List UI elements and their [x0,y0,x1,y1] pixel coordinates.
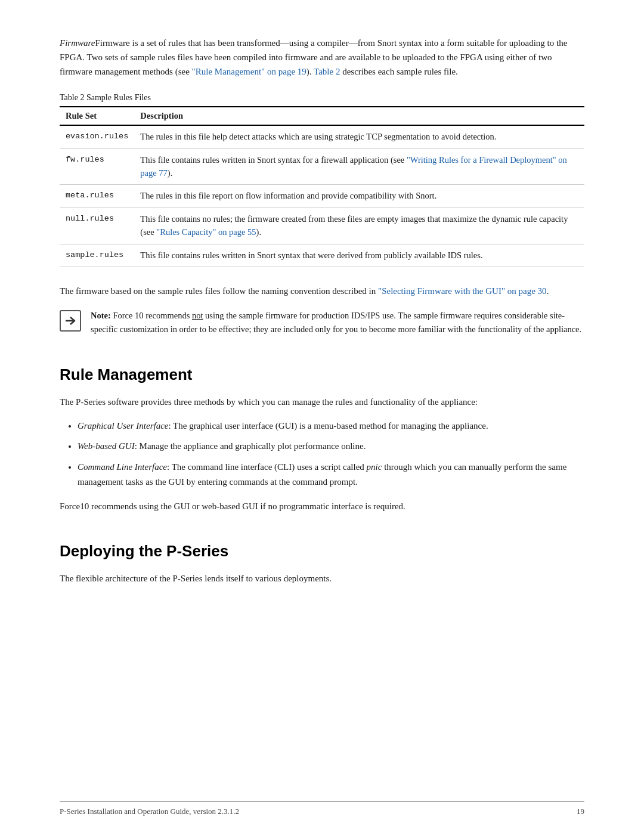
table2-link[interactable]: Table 2 [314,67,340,76]
table-row: evasion.rules The rules in this file hel… [60,125,584,148]
note-box: Note: Force 10 recommends not using the … [60,309,584,336]
rule-management-link[interactable]: "Rule Management" on page 19 [192,67,306,76]
col-description: Description [134,107,584,125]
firmware-term: Firmware [60,38,95,48]
rule-name-fw: fw.rules [60,148,134,185]
rule-management-heading: Rule Management [60,366,584,384]
fw-rules-link[interactable]: "Writing Rules for a Firewall Deployment… [140,155,567,178]
rule-name-meta: meta.rules [60,185,134,208]
rule-management-conclusion: Force10 recommends using the GUI or web-… [60,499,584,513]
rule-name-null: null.rules [60,208,134,244]
rule-management-bullets: Graphical User Interface: The graphical … [78,419,584,490]
table-caption-bold: Table 2 [60,93,84,102]
footer-left: P-Series Installation and Operation Guid… [60,807,239,816]
table-row: null.rules This file contains no rules; … [60,208,584,244]
bullet-webgui-italic: Web-based GUI [78,441,135,451]
rule-name-sample: sample.rules [60,244,134,267]
intro-paragraph: FirmwareFirmware is a set of rules that … [60,36,584,79]
table-row: meta.rules The rules in this file report… [60,185,584,208]
page-footer: P-Series Installation and Operation Guid… [60,801,584,816]
arrow-right-icon [64,314,77,327]
intro-text-2: ). [306,67,314,76]
selecting-firmware-link[interactable]: "Selecting Firmware with the GUI" on pag… [378,286,547,296]
intro-text-3: describes each sample rules file. [340,67,457,76]
rule-desc-evasion: The rules in this file help detect attac… [134,125,584,148]
table-caption-normal: Sample Rules Files [84,93,151,102]
rule-name-evasion: evasion.rules [60,125,134,148]
table-row: sample.rules This file contains rules wr… [60,244,584,267]
rule-management-intro: The P-Series software provides three met… [60,395,584,409]
pnic-italic: pnic [367,462,382,472]
rule-desc-null: This file contains no rules; the firmwar… [134,208,584,244]
col-rule-set: Rule Set [60,107,134,125]
footer-right: 19 [577,807,584,816]
firmware-link-text-after: . [547,286,549,296]
note-arrow-icon [60,310,81,332]
bullet-cli-italic: Command Line Interface [78,462,167,472]
note-label: Note: [91,311,111,320]
deploying-intro: The flexible architecture of the P-Serie… [60,571,584,586]
rules-files-table: Rule Set Description evasion.rules The r… [60,106,584,267]
rule-desc-sample: This file contains rules written in Snor… [134,244,584,267]
note-underline: not [192,311,203,320]
bullet-gui-italic: Graphical User Interface [78,421,168,431]
note-text: Note: Force 10 recommends not using the … [91,309,584,336]
deploying-heading: Deploying the P-Series [60,542,584,561]
table-caption: Table 2 Sample Rules Files [60,93,584,103]
list-item: Command Line Interface: The command line… [78,460,584,490]
table-row: fw.rules This file contains rules writte… [60,148,584,185]
firmware-link-paragraph: The firmware based on the sample rules f… [60,284,584,298]
list-item: Graphical User Interface: The graphical … [78,419,584,433]
firmware-link-text-before: The firmware based on the sample rules f… [60,286,378,296]
list-item: Web-based GUI: Manage the appliance and … [78,439,584,454]
null-rules-link[interactable]: "Rules Capacity" on page 55 [156,227,256,237]
table-header-row: Rule Set Description [60,107,584,125]
rule-desc-meta: The rules in this file report on flow in… [134,185,584,208]
rule-desc-fw: This file contains rules written in Snor… [134,148,584,185]
